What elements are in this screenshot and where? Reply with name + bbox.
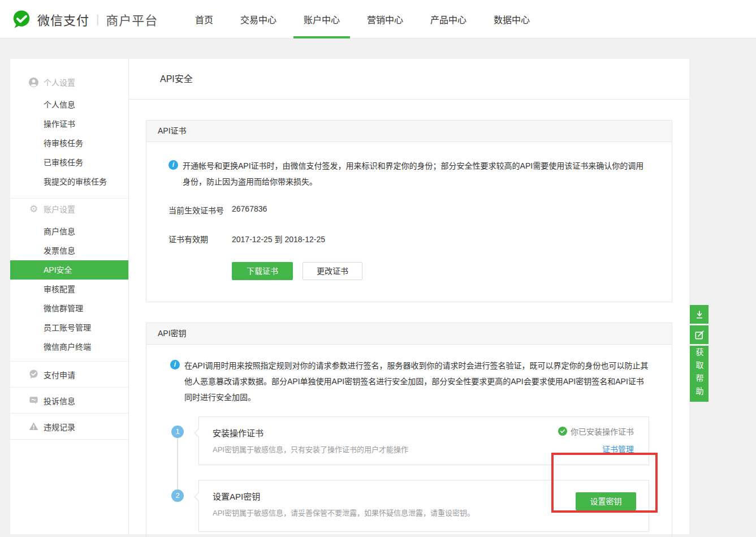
sidebar-item-wechat-group-mgmt[interactable]: 微信群管理 <box>10 299 128 318</box>
box-notch <box>194 428 199 438</box>
sidebar-item-pending-review[interactable]: 待审核任务 <box>10 134 128 153</box>
cert-number-value: 26767836 <box>232 204 267 216</box>
api-cert-section-body: i 开通帐号和更换API证书时，由微信支付签发，用来标识和界定你的身份；部分安全… <box>146 142 672 302</box>
cert-manage-link[interactable]: 证书管理 <box>602 443 634 454</box>
key-info-text: 在API调用时用来按照指定规则对你的请求参数进行签名，服务器收到你的请求时会进行… <box>184 358 649 405</box>
sidebar-item-invoice-info[interactable]: 发票信息 <box>10 241 128 260</box>
get-help-button[interactable]: 获取帮助 <box>690 346 709 402</box>
api-key-section-title: API密钥 <box>146 323 672 345</box>
nav-data-center[interactable]: 数据中心 <box>483 0 540 38</box>
sidebar-item-personal-info[interactable]: 个人信息 <box>10 95 128 114</box>
cert-number-row: 当前生效证书号 26767836 <box>169 204 649 216</box>
cert-validity-label: 证书有效期 <box>169 233 232 244</box>
cert-number-label: 当前生效证书号 <box>169 204 232 216</box>
step-install-cert-box: 安装操作证书 API密钥属于敏感信息，只有安装了操作证书的用户才能操作 你已安装… <box>198 416 649 465</box>
sidebar-item-api-security[interactable]: API安全 <box>10 260 128 280</box>
brand-product: 商户平台 <box>106 10 158 28</box>
sidebar-group-title-account: ⚙ 账户设置 <box>10 199 128 218</box>
sidebar-item-merchant-info[interactable]: 商户信息 <box>10 222 128 241</box>
feedback-help-button[interactable] <box>690 325 709 344</box>
content-card: 个人设置 个人信息 操作证书 待审核任务 已审核任务 我提交的审核任务 ⚙ 账户… <box>10 59 689 534</box>
get-help-label: 获取帮助 <box>694 348 705 400</box>
info-icon: i <box>169 160 178 170</box>
sidebar-item-review-config[interactable]: 审核配置 <box>10 280 128 299</box>
api-cert-section: API证书 i 开通帐号和更换API证书时，由微信支付签发，用来标识和界定你的身… <box>146 120 672 302</box>
gear-icon: ⚙ <box>29 204 38 214</box>
nav-home[interactable]: 首页 <box>185 0 223 38</box>
brand-name: 微信支付 <box>37 10 89 28</box>
brand-separator: | <box>96 13 99 26</box>
key-info-row: i 在API调用时用来按照指定规则对你的请求参数进行签名，服务器收到你的请求时会… <box>170 358 649 405</box>
sidebar-item-staff-account-mgmt[interactable]: 员工账号管理 <box>10 318 128 337</box>
sidebar-item-operation-cert[interactable]: 操作证书 <box>10 114 128 134</box>
sidebar-item-reviewed[interactable]: 已审核任务 <box>10 153 128 172</box>
cert-installed-status: 你已安装操作证书 <box>558 426 634 437</box>
nav-marketing-center[interactable]: 营销中心 <box>357 0 413 38</box>
brand-logo: 微信支付 | 商户平台 <box>11 0 158 38</box>
cert-buttons-row: 下载证书 更改证书 <box>169 262 649 280</box>
sidebar-link-label: 违规记录 <box>44 421 75 432</box>
group-title-label: 个人设置 <box>44 76 75 88</box>
sidebar: 个人设置 个人信息 操作证书 待审核任务 已审核任务 我提交的审核任务 ⚙ 账户… <box>10 59 129 534</box>
step-2-badge: 2 <box>171 489 184 502</box>
sidebar-group-personal: 个人设置 个人信息 操作证书 待审核任务 已审核任务 我提交的审核任务 <box>10 59 128 199</box>
group-title-label: 账户设置 <box>44 203 75 214</box>
main-content: API安全 API证书 i 开通帐号和更换API证书时，由微信支付签发，用来标识… <box>129 59 689 534</box>
chat-bubble-icon <box>29 396 38 405</box>
sidebar-link-payment-application[interactable]: 支付申请 <box>10 362 128 388</box>
nav-account-center[interactable]: 账户中心 <box>293 0 350 38</box>
download-icon <box>694 309 705 320</box>
sidebar-link-violation-record[interactable]: 违规记录 <box>10 414 128 440</box>
step-connector-line <box>177 438 178 489</box>
sidebar-item-wechat-merchant-terminal[interactable]: 微信商户终端 <box>10 337 128 356</box>
sidebar-link-label: 投诉信息 <box>44 395 75 406</box>
step-1-badge: 1 <box>171 426 184 438</box>
top-navigation: 首页 交易中心 账户中心 营销中心 产品中心 数据中心 <box>185 0 547 38</box>
info-icon: i <box>170 360 180 370</box>
set-api-key-button[interactable]: 设置密钥 <box>576 492 636 510</box>
nav-product-center[interactable]: 产品中心 <box>420 0 477 38</box>
api-cert-section-title: API证书 <box>146 121 672 142</box>
sidebar-link-label: 支付申请 <box>44 369 75 380</box>
cert-validity-row: 证书有效期 2017-12-25 到 2018-12-25 <box>169 233 649 244</box>
help-widget: 获取帮助 <box>690 305 709 402</box>
page-title: API安全 <box>129 59 689 100</box>
edit-icon <box>694 329 705 341</box>
download-help-button[interactable] <box>690 305 709 324</box>
status-text: 你已安装操作证书 <box>571 426 634 437</box>
sidebar-group-account: ⚙ 账户设置 商户信息 发票信息 API安全 审核配置 微信群管理 员工账号管理… <box>10 199 128 362</box>
warning-triangle-icon <box>29 422 38 431</box>
nav-transaction-center[interactable]: 交易中心 <box>230 0 287 38</box>
step-set-api-key-box: 设置API密钥 API密钥属于敏感信息，请妥善保管不要泄露，如果怀疑信息泄露，请… <box>198 480 649 532</box>
sidebar-item-my-submitted-review[interactable]: 我提交的审核任务 <box>10 172 128 191</box>
cert-info-text: 开通帐号和更换API证书时，由微信支付签发，用来标识和界定你的身份；部分安全性要… <box>183 158 649 190</box>
top-header: 微信支付 | 商户平台 首页 交易中心 账户中心 营销中心 产品中心 数据中心 <box>0 0 756 38</box>
change-cert-button[interactable]: 更改证书 <box>303 262 362 280</box>
sidebar-link-complaint-info[interactable]: 投诉信息 <box>10 388 128 414</box>
wechat-pay-logo-icon <box>11 10 32 29</box>
box-notch <box>194 492 199 502</box>
cert-validity-value: 2017-12-25 到 2018-12-25 <box>232 233 325 244</box>
check-icon <box>558 427 567 436</box>
sidebar-group-title-personal: 个人设置 <box>10 72 128 92</box>
chat-check-icon <box>29 370 38 379</box>
download-cert-button[interactable]: 下载证书 <box>232 262 293 280</box>
api-key-section: API密钥 i 在API调用时用来按照指定规则对你的请求参数进行签名，服务器收到… <box>146 323 672 537</box>
api-key-section-body: i 在API调用时用来按照指定规则对你的请求参数进行签名，服务器收到你的请求时会… <box>146 345 672 537</box>
cert-info-row: i 开通帐号和更换API证书时，由微信支付签发，用来标识和界定你的身份；部分安全… <box>169 158 649 190</box>
user-icon <box>29 78 38 87</box>
